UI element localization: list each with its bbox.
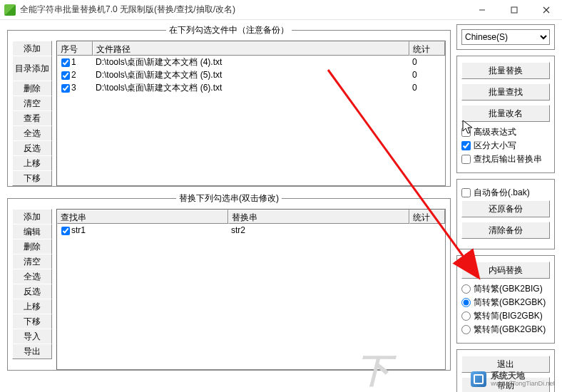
encoding-radio[interactable] (461, 298, 471, 307)
row-checkbox[interactable] (61, 58, 70, 67)
files-btn-0[interactable]: 添加 (12, 41, 52, 56)
replace-btn-6[interactable]: 上移 (12, 299, 52, 314)
files-panel-legend: 在下列勾选文件中（注意备份） (166, 24, 292, 36)
output-after-find-checkbox[interactable] (461, 155, 471, 164)
col-find[interactable]: 查找串 (57, 210, 228, 224)
table-row[interactable]: 2D:\tools\桌面\新建文本文档 (5).txt0 (57, 68, 445, 81)
cell-repl: str2 (228, 225, 409, 235)
table-row[interactable]: 1D:\tools\桌面\新建文本文档 (4).txt0 (57, 56, 445, 68)
replace-body: str1str2 (57, 224, 445, 237)
close-button[interactable] (530, 0, 562, 20)
encoding-panel: 内码替换 简转繁(GBK2BIG)简转繁(GBK2GBK)繁转简(BIG2GBK… (456, 255, 555, 344)
cell-stat: 0 (409, 83, 445, 93)
minimize-button[interactable] (466, 0, 498, 20)
replace-btn-8[interactable]: 导入 (12, 329, 52, 344)
col-path[interactable]: 文件路径 (93, 41, 409, 56)
col-stat[interactable]: 统计 (409, 41, 445, 56)
auto-backup-option[interactable]: 自动备份(.bak) (461, 187, 550, 199)
svg-rect-1 (511, 7, 517, 13)
maximize-button[interactable] (498, 0, 530, 20)
files-listview[interactable]: 序号 文件路径 统计 1D:\tools\桌面\新建文本文档 (4).txt02… (56, 41, 446, 186)
replace-btn-9[interactable]: 导出 (12, 344, 52, 359)
batch-ops-panel: 批量替换 批量查找 批量改名 高级表达式 区分大小写 查找后输出替换串 (456, 56, 555, 173)
replace-listview[interactable]: 查找串 替换串 统计 str1str2 (56, 209, 446, 370)
replace-header: 查找串 替换串 统计 (57, 210, 445, 224)
replace-btn-4[interactable]: 全选 (12, 269, 52, 284)
watermark-en: www.XiTongTianDi.net (491, 381, 555, 388)
encoding-option-0[interactable]: 简转繁(GBK2BIG) (461, 283, 550, 295)
encoding-replace-button[interactable]: 内码替换 (461, 262, 550, 279)
col-stat2[interactable]: 统计 (409, 210, 445, 224)
cell-stat: 0 (409, 70, 445, 80)
batch-replace-button[interactable]: 批量替换 (461, 62, 550, 79)
language-select[interactable]: Chinese(S) (461, 29, 550, 45)
files-btn-2[interactable]: 删除 (12, 81, 52, 96)
adv-expr-checkbox[interactable] (461, 128, 471, 137)
app-icon (4, 4, 16, 16)
replace-btn-2[interactable]: 删除 (12, 239, 52, 254)
replace-panel-legend: 替换下列勾选串(双击修改) (176, 192, 282, 205)
files-header: 序号 文件路径 统计 (57, 41, 445, 56)
encoding-radio[interactable] (461, 325, 471, 334)
files-panel: 在下列勾选文件中（注意备份） 添加目录添加删除清空查看全选反选上移下移 序号 文… (7, 24, 451, 187)
table-row[interactable]: 3D:\tools\桌面\新建文本文档 (6).txt0 (57, 81, 445, 94)
files-btn-3[interactable]: 清空 (12, 96, 52, 111)
files-btn-8[interactable]: 下移 (12, 170, 52, 186)
restore-backup-button[interactable]: 还原备份 (461, 200, 550, 217)
encoding-radio[interactable] (461, 311, 471, 321)
encoding-radio[interactable] (461, 284, 471, 294)
language-panel: Chinese(S) (456, 24, 555, 50)
case-sensitive-checkbox[interactable] (461, 141, 471, 150)
row-checkbox[interactable] (61, 84, 70, 93)
files-button-stack: 添加目录添加删除清空查看全选反选上移下移 (12, 41, 52, 186)
encoding-option-3[interactable]: 繁转简(GBK2GBK) (461, 324, 550, 336)
files-btn-4[interactable]: 查看 (12, 110, 52, 126)
output-after-find-option[interactable]: 查找后输出替换串 (461, 153, 550, 165)
replace-btn-1[interactable]: 编辑 (12, 224, 52, 239)
files-btn-1[interactable]: 目录添加 (12, 56, 52, 81)
replace-btn-5[interactable]: 反选 (12, 284, 52, 299)
col-repl[interactable]: 替换串 (228, 210, 409, 224)
replace-btn-0[interactable]: 添加 (12, 209, 52, 225)
replace-button-stack: 添加编辑删除清空全选反选上移下移导入导出 (12, 209, 52, 370)
cell-path: D:\tools\桌面\新建文本文档 (4).txt (93, 56, 409, 68)
backup-panel: 自动备份(.bak) 还原备份 清除备份 (456, 179, 555, 249)
clear-backup-button[interactable]: 清除备份 (461, 222, 550, 239)
auto-backup-checkbox[interactable] (461, 188, 471, 197)
table-row[interactable]: str1str2 (57, 224, 445, 237)
row-checkbox[interactable] (61, 71, 70, 80)
adv-expr-option[interactable]: 高级表达式 (461, 126, 550, 138)
row-checkbox[interactable] (61, 227, 70, 235)
batch-rename-button[interactable]: 批量改名 (461, 105, 550, 122)
watermark: 系统天地 www.XiTongTianDi.net (471, 371, 555, 388)
case-sensitive-option[interactable]: 区分大小写 (461, 140, 550, 152)
replace-btn-7[interactable]: 下移 (12, 314, 52, 329)
watermark-logo-icon (471, 371, 486, 387)
replace-panel: 替换下列勾选串(双击修改) 添加编辑删除清空全选反选上移下移导入导出 查找串 替… (7, 192, 451, 371)
files-btn-7[interactable]: 上移 (12, 155, 52, 171)
encoding-option-1[interactable]: 简转繁(GBK2GBK) (461, 296, 550, 309)
batch-find-button[interactable]: 批量查找 (461, 83, 550, 100)
window-title: 全能字符串批量替换机7.0 无限制版(替换/查找/抽取/改名) (20, 4, 466, 16)
cell-path: D:\tools\桌面\新建文本文档 (5).txt (93, 69, 409, 81)
files-btn-6[interactable]: 反选 (12, 140, 52, 156)
cell-stat: 0 (409, 57, 445, 67)
col-seq[interactable]: 序号 (57, 41, 93, 56)
files-btn-5[interactable]: 全选 (12, 125, 52, 141)
cell-path: D:\tools\桌面\新建文本文档 (6).txt (93, 82, 409, 94)
encoding-option-2[interactable]: 繁转简(BIG2GBK) (461, 310, 550, 322)
window-controls (466, 0, 562, 20)
files-body: 1D:\tools\桌面\新建文本文档 (4).txt02D:\tools\桌面… (57, 56, 445, 94)
titlebar: 全能字符串批量替换机7.0 无限制版(替换/查找/抽取/改名) (0, 0, 562, 20)
replace-btn-3[interactable]: 清空 (12, 254, 52, 269)
